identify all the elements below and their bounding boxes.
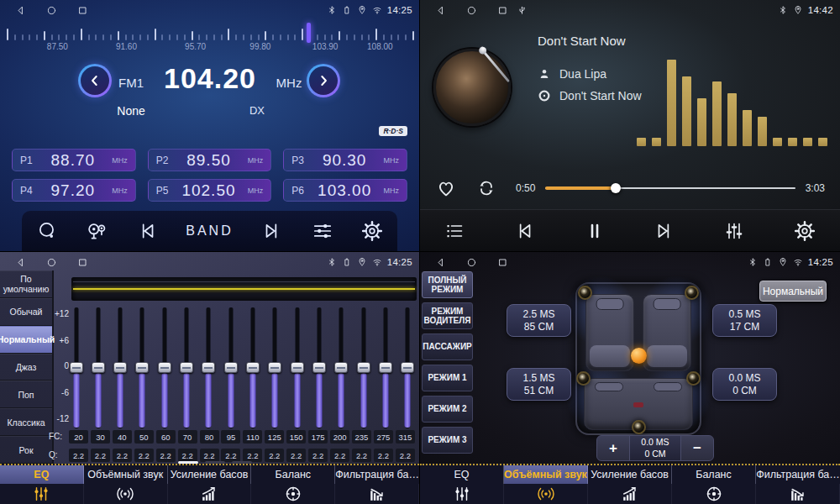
eq-band-slider-16[interactable] bbox=[401, 302, 415, 428]
front-left-delay-button[interactable]: 2.5 MS 85 CM bbox=[507, 304, 571, 337]
eq-band-slider-8[interactable] bbox=[223, 302, 238, 428]
seek-down-button[interactable] bbox=[78, 64, 112, 97]
preset-button-p3[interactable]: P390.30MHz bbox=[283, 149, 407, 171]
eq-band-slider-14[interactable] bbox=[356, 302, 370, 428]
slider-knob[interactable] bbox=[312, 362, 326, 373]
eq-band-slider-1[interactable] bbox=[69, 302, 83, 428]
home-icon[interactable] bbox=[466, 257, 477, 268]
eq-band-slider-7[interactable] bbox=[202, 302, 216, 428]
slider-knob[interactable] bbox=[202, 362, 215, 373]
decrease-delay-button[interactable]: − bbox=[681, 436, 713, 460]
eq-band-slider-12[interactable] bbox=[312, 302, 327, 428]
progress-bar[interactable] bbox=[545, 182, 795, 194]
surround-mode-4[interactable]: РЕЖИМ 1 bbox=[422, 365, 473, 391]
eq-band-slider-2[interactable] bbox=[91, 302, 105, 428]
slider-knob[interactable] bbox=[135, 362, 149, 373]
slider-knob[interactable] bbox=[246, 362, 260, 373]
eq-band-slider-9[interactable] bbox=[246, 302, 260, 428]
eq-band-slider-3[interactable] bbox=[113, 302, 128, 428]
recents-icon[interactable] bbox=[497, 5, 508, 16]
sound-tab-1[interactable]: EQ bbox=[420, 465, 504, 504]
listener-position-ball[interactable] bbox=[631, 348, 647, 364]
sound-tab-5[interactable]: Фильтрация ба… bbox=[756, 465, 840, 504]
settings-gear-icon[interactable] bbox=[794, 220, 816, 242]
slider-knob[interactable] bbox=[158, 362, 171, 373]
broadcast-icon[interactable] bbox=[86, 220, 108, 242]
sound-tab-4[interactable]: Баланс bbox=[672, 465, 756, 504]
band-button[interactable]: BAND bbox=[186, 223, 233, 239]
sound-tab-1[interactable]: EQ bbox=[0, 465, 84, 504]
settings-gear-icon[interactable] bbox=[361, 220, 383, 242]
back-icon[interactable] bbox=[15, 257, 26, 268]
prev-station-icon[interactable] bbox=[136, 220, 158, 242]
eq-preset-item-6[interactable]: Классика bbox=[0, 408, 52, 436]
preset-button-p2[interactable]: P289.50MHz bbox=[148, 149, 272, 171]
equalizer-icon[interactable] bbox=[724, 221, 744, 241]
sound-tab-3[interactable]: Усиление басов bbox=[168, 465, 252, 504]
increase-delay-button[interactable]: + bbox=[597, 436, 629, 460]
sound-tab-2[interactable]: Объёмный звук bbox=[504, 465, 588, 504]
surround-mode-2[interactable]: РЕЖИМ ВОДИТЕЛЯ bbox=[422, 302, 473, 329]
slider-knob[interactable] bbox=[291, 362, 304, 373]
pause-icon[interactable] bbox=[585, 221, 605, 241]
sound-tab-5[interactable]: Фильтрация ба… bbox=[335, 465, 419, 504]
back-icon[interactable] bbox=[15, 5, 26, 16]
favorite-icon[interactable] bbox=[435, 177, 457, 199]
slider-knob[interactable] bbox=[92, 362, 105, 373]
slider-knob[interactable] bbox=[268, 362, 281, 373]
eq-preset-item-4[interactable]: Джаз bbox=[0, 354, 52, 381]
back-icon[interactable] bbox=[435, 257, 446, 268]
next-station-icon[interactable] bbox=[261, 220, 283, 242]
progress-knob[interactable] bbox=[611, 183, 621, 193]
home-icon[interactable] bbox=[46, 5, 57, 16]
surround-mode-3[interactable]: ПАССАЖИР bbox=[422, 333, 473, 360]
home-icon[interactable] bbox=[466, 5, 477, 16]
playlist-icon[interactable] bbox=[444, 221, 465, 241]
sound-tab-4[interactable]: Баланс bbox=[251, 465, 335, 504]
sound-tab-3[interactable]: Усиление басов bbox=[588, 465, 672, 504]
slider-knob[interactable] bbox=[113, 362, 127, 373]
eq-preset-item-7[interactable]: Рок bbox=[0, 436, 52, 464]
eq-preset-item-3[interactable]: Нормальный bbox=[0, 326, 52, 354]
eq-preset-item-1[interactable]: По умолчанию bbox=[0, 270, 52, 298]
preset-button-p1[interactable]: P188.70MHz bbox=[12, 149, 136, 171]
slider-knob[interactable] bbox=[70, 362, 83, 373]
eq-preset-item-2[interactable]: Обычай bbox=[0, 298, 52, 326]
front-right-delay-button[interactable]: 0.5 MS 17 CM bbox=[712, 304, 777, 337]
surround-mode-6[interactable]: РЕЖИМ 3 bbox=[422, 427, 473, 454]
eq-band-slider-4[interactable] bbox=[135, 302, 150, 428]
preset-button-p6[interactable]: P6103.00MHz bbox=[283, 179, 407, 202]
repeat-icon[interactable] bbox=[475, 177, 497, 199]
recents-icon[interactable] bbox=[497, 257, 508, 268]
preset-button-p4[interactable]: P497.20MHz bbox=[12, 179, 136, 202]
slider-knob[interactable] bbox=[357, 362, 370, 373]
sound-tab-2[interactable]: Объёмный звук bbox=[84, 465, 168, 504]
eq-band-slider-5[interactable] bbox=[157, 302, 171, 428]
slider-knob[interactable] bbox=[180, 362, 193, 373]
back-icon[interactable] bbox=[435, 5, 446, 16]
eq-band-slider-15[interactable] bbox=[379, 302, 393, 428]
slider-knob[interactable] bbox=[379, 362, 392, 373]
frequency-scale[interactable] bbox=[7, 24, 412, 40]
preset-button-p5[interactable]: P5102.50MHz bbox=[148, 179, 272, 202]
surround-mode-1[interactable]: ПОЛНЫЙ РЕЖИМ bbox=[422, 271, 473, 298]
slider-knob[interactable] bbox=[401, 362, 414, 373]
recents-icon[interactable] bbox=[77, 257, 88, 268]
recents-icon[interactable] bbox=[77, 5, 88, 16]
slider-knob[interactable] bbox=[224, 362, 238, 373]
eq-band-slider-10[interactable] bbox=[268, 302, 282, 428]
prev-track-icon[interactable] bbox=[513, 220, 535, 242]
scan-icon[interactable] bbox=[36, 220, 58, 242]
tune-sliders-icon[interactable] bbox=[312, 220, 333, 242]
eq-band-slider-6[interactable] bbox=[180, 302, 194, 428]
next-track-icon[interactable] bbox=[654, 220, 675, 242]
surround-mode-5[interactable]: РЕЖИМ 2 bbox=[422, 396, 473, 423]
home-icon[interactable] bbox=[46, 257, 57, 268]
seek-up-button[interactable] bbox=[307, 64, 340, 97]
eq-preset-item-5[interactable]: Поп bbox=[0, 381, 52, 408]
rear-right-delay-button[interactable]: 0.0 MS 0 CM bbox=[712, 368, 777, 401]
eq-band-slider-11[interactable] bbox=[290, 302, 304, 428]
slider-knob[interactable] bbox=[334, 362, 348, 373]
rear-left-delay-button[interactable]: 1.5 MS 51 CM bbox=[507, 368, 571, 401]
profile-button[interactable]: Нормальный bbox=[759, 281, 827, 302]
